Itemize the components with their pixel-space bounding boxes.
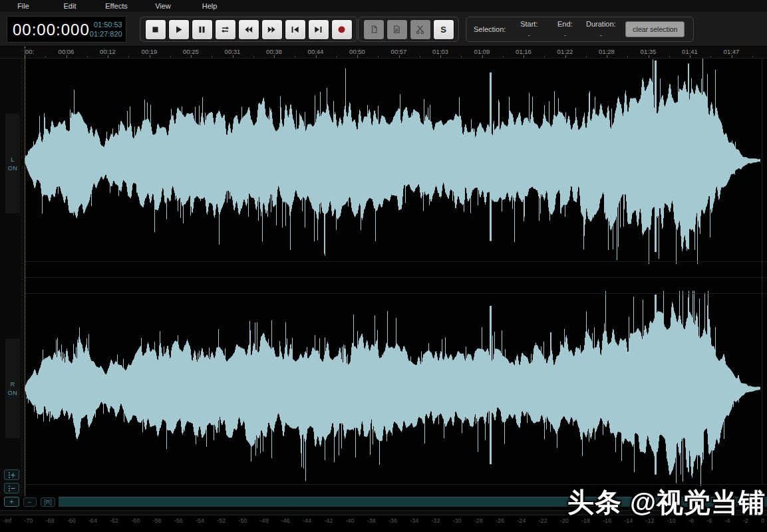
ruler-tick-major bbox=[67, 55, 67, 58]
ruler-tick-minor bbox=[669, 56, 670, 58]
menu-item-edit[interactable]: Edit bbox=[47, 0, 93, 12]
vertical-zoom-out-icon bbox=[7, 485, 16, 492]
selection-start-label: Start: bbox=[511, 20, 547, 28]
db-label: -32 bbox=[431, 517, 440, 528]
pause-button[interactable] bbox=[192, 19, 213, 40]
selection-end-field: End: - bbox=[547, 20, 583, 39]
stop-button[interactable] bbox=[145, 19, 166, 40]
menu-item-file[interactable]: File bbox=[0, 0, 47, 12]
db-label: -56 bbox=[174, 517, 183, 528]
ruler-label: 00:25 bbox=[183, 48, 199, 55]
select-tool-label: S bbox=[440, 25, 446, 35]
skip-to-start-icon bbox=[290, 25, 300, 35]
db-label: -24 bbox=[517, 517, 526, 528]
cut-button[interactable] bbox=[410, 19, 431, 40]
ruler-tick-minor bbox=[544, 56, 545, 58]
db-label: -54 bbox=[196, 517, 204, 528]
zoom-out-button[interactable]: − bbox=[23, 497, 37, 507]
skip-to-end-icon bbox=[313, 25, 323, 35]
fast-forward-button[interactable] bbox=[261, 19, 283, 40]
selection-duration-value: - bbox=[583, 31, 619, 39]
time-display: 00:00:000 01:50:53 01:27:820 bbox=[7, 16, 126, 43]
vertical-zoom-in-button[interactable] bbox=[4, 469, 19, 480]
ruler-tick-minor bbox=[461, 56, 462, 58]
db-label: -64 bbox=[88, 517, 97, 528]
ruler-tick-major bbox=[524, 55, 524, 58]
clear-selection-button[interactable]: clear selection bbox=[625, 21, 685, 37]
ruler-tick-minor bbox=[253, 56, 254, 58]
db-label: -44 bbox=[303, 517, 311, 528]
record-button[interactable] bbox=[331, 19, 353, 40]
db-label: -50 bbox=[238, 517, 247, 528]
db-label: -26 bbox=[496, 517, 504, 528]
zoom-reset-button[interactable]: [R] bbox=[41, 497, 55, 507]
db-label: -68 bbox=[45, 517, 54, 528]
right-channel-panel[interactable]: R ON bbox=[5, 338, 20, 438]
selection-end-label: End: bbox=[547, 20, 583, 28]
ruler-label: 00:50 bbox=[349, 48, 365, 55]
ruler-tick-minor bbox=[420, 56, 420, 58]
play-button[interactable] bbox=[168, 19, 190, 40]
left-channel-panel[interactable]: L ON bbox=[5, 114, 20, 213]
ruler-label: 00: bbox=[25, 48, 34, 55]
ruler-label: 01:22 bbox=[557, 48, 573, 55]
selection-start-value: - bbox=[511, 31, 547, 39]
menu-item-effects[interactable]: Effects bbox=[93, 0, 140, 12]
db-label: -58 bbox=[153, 517, 162, 528]
total-duration: 01:50:53 bbox=[90, 20, 122, 29]
ruler-tick-major bbox=[357, 55, 358, 58]
menu-bar: FileEditEffectsViewHelp bbox=[0, 0, 767, 12]
ruler-tick-major bbox=[399, 55, 400, 58]
selection-start-field: Start: - bbox=[511, 20, 547, 39]
ruler-label: 01:16 bbox=[516, 48, 532, 55]
channel-divider-line bbox=[25, 277, 767, 278]
timeline-ruler[interactable]: 00:00:0600:1200:1900:2500:3100:3800:4400… bbox=[0, 47, 767, 59]
duration-times: 01:50:53 01:27:820 bbox=[90, 17, 126, 42]
ruler-tick-major bbox=[274, 55, 275, 58]
watermark-text: 头条 @视觉当铺 bbox=[567, 484, 766, 521]
db-label: -70 bbox=[24, 517, 33, 528]
db-label: -46 bbox=[281, 517, 290, 528]
ruler-tick-major bbox=[565, 55, 566, 58]
ruler-tick-major bbox=[191, 55, 192, 58]
db-label: -34 bbox=[410, 517, 418, 528]
rewind-button[interactable] bbox=[238, 19, 259, 40]
paste-button[interactable] bbox=[386, 19, 408, 40]
db-label: -Inf bbox=[3, 517, 11, 528]
ruler-tick-major bbox=[732, 55, 732, 58]
ruler-tick-minor bbox=[45, 56, 46, 58]
ruler-label: 00:19 bbox=[142, 48, 158, 55]
ruler-tick-major bbox=[690, 55, 690, 58]
edit-tools-group: S bbox=[358, 17, 459, 42]
ruler-tick-major bbox=[316, 55, 317, 58]
copy-button[interactable] bbox=[363, 19, 384, 40]
left-channel-on-toggle[interactable]: ON bbox=[8, 165, 18, 172]
ruler-label: 00:38 bbox=[266, 48, 282, 55]
menu-item-view[interactable]: View bbox=[140, 0, 186, 12]
selection-label: Selection: bbox=[474, 25, 506, 33]
play-icon bbox=[174, 25, 184, 35]
vertical-zoom-in-icon bbox=[7, 471, 16, 479]
skip-to-start-button[interactable] bbox=[285, 19, 306, 40]
zoom-in-button[interactable]: + bbox=[4, 497, 19, 507]
menu-item-help[interactable]: Help bbox=[186, 0, 233, 12]
right-channel-on-toggle[interactable]: ON bbox=[8, 390, 18, 396]
right-channel-name: R bbox=[11, 381, 15, 388]
ruler-tick-minor bbox=[627, 56, 628, 58]
fast-forward-icon bbox=[267, 25, 277, 35]
cut-icon bbox=[415, 25, 425, 35]
select-tool-button[interactable]: S bbox=[433, 19, 454, 40]
ruler-tick-major bbox=[482, 55, 483, 58]
transport-controls-group bbox=[140, 17, 357, 42]
ruler-tick-minor bbox=[710, 56, 711, 58]
db-label: -66 bbox=[67, 517, 76, 528]
loop-icon bbox=[220, 25, 230, 35]
loop-button[interactable] bbox=[215, 19, 236, 40]
skip-to-end-button[interactable] bbox=[308, 19, 329, 40]
ruler-tick-major bbox=[233, 55, 233, 58]
remaining-duration: 01:27:820 bbox=[90, 29, 122, 39]
db-label: -48 bbox=[260, 517, 269, 528]
pause-icon bbox=[197, 25, 207, 35]
vertical-zoom-out-button[interactable] bbox=[4, 483, 19, 493]
ruler-tick-major bbox=[440, 55, 441, 58]
